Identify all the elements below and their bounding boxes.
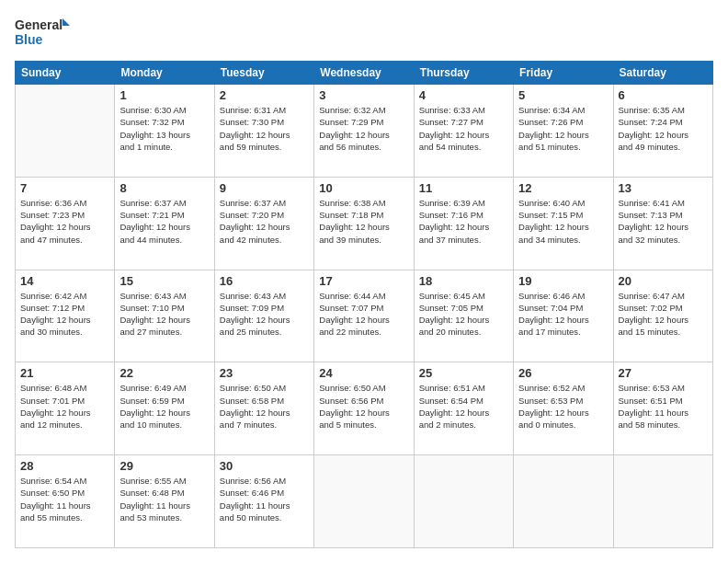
- day-number: 14: [20, 274, 109, 288]
- day-number: 9: [220, 181, 309, 195]
- day-info: Sunrise: 6:53 AM Sunset: 6:51 PM Dayligh…: [619, 382, 708, 431]
- day-number: 22: [119, 366, 209, 380]
- day-info: Sunrise: 6:49 AM Sunset: 6:59 PM Dayligh…: [119, 382, 209, 431]
- day-number: 7: [20, 181, 109, 195]
- calendar-cell: 19Sunrise: 6:46 AM Sunset: 7:04 PM Dayli…: [514, 270, 613, 362]
- logo-svg: General Blue: [15, 15, 70, 52]
- day-info: Sunrise: 6:45 AM Sunset: 7:05 PM Dayligh…: [419, 290, 508, 339]
- calendar-cell: 6Sunrise: 6:35 AM Sunset: 7:24 PM Daylig…: [613, 85, 712, 178]
- day-number: 23: [220, 366, 309, 380]
- calendar-cell: 13Sunrise: 6:41 AM Sunset: 7:13 PM Dayli…: [613, 177, 712, 270]
- calendar-cell: 18Sunrise: 6:45 AM Sunset: 7:05 PM Dayli…: [414, 270, 513, 362]
- calendar-cell: 11Sunrise: 6:39 AM Sunset: 7:16 PM Dayli…: [414, 177, 513, 270]
- day-info: Sunrise: 6:38 AM Sunset: 7:18 PM Dayligh…: [319, 197, 408, 246]
- calendar-cell: [414, 455, 513, 548]
- calendar-cell: 1Sunrise: 6:30 AM Sunset: 7:32 PM Daylig…: [115, 85, 214, 178]
- calendar-cell: 16Sunrise: 6:43 AM Sunset: 7:09 PM Dayli…: [214, 270, 313, 362]
- day-number: 13: [619, 181, 708, 195]
- day-number: 18: [419, 274, 508, 288]
- day-info: Sunrise: 6:50 AM Sunset: 6:58 PM Dayligh…: [220, 382, 309, 431]
- day-number: 3: [319, 88, 408, 102]
- weekday-header: Wednesday: [314, 62, 414, 85]
- calendar-cell: 15Sunrise: 6:43 AM Sunset: 7:10 PM Dayli…: [115, 270, 214, 362]
- day-number: 19: [518, 274, 608, 288]
- calendar-cell: 9Sunrise: 6:37 AM Sunset: 7:20 PM Daylig…: [214, 177, 313, 270]
- day-number: 6: [619, 88, 708, 102]
- weekday-header: Monday: [115, 62, 214, 85]
- day-info: Sunrise: 6:52 AM Sunset: 6:53 PM Dayligh…: [518, 382, 608, 431]
- calendar-cell: 21Sunrise: 6:48 AM Sunset: 7:01 PM Dayli…: [16, 362, 115, 455]
- day-number: 30: [220, 459, 309, 473]
- day-info: Sunrise: 6:47 AM Sunset: 7:02 PM Dayligh…: [619, 290, 708, 339]
- day-number: 25: [419, 366, 508, 380]
- day-info: Sunrise: 6:55 AM Sunset: 6:48 PM Dayligh…: [119, 475, 209, 523]
- day-number: 11: [419, 181, 508, 195]
- weekday-header: Saturday: [613, 62, 712, 85]
- day-number: 27: [619, 366, 708, 380]
- day-info: Sunrise: 6:48 AM Sunset: 7:01 PM Dayligh…: [20, 382, 109, 431]
- day-info: Sunrise: 6:42 AM Sunset: 7:12 PM Dayligh…: [20, 290, 109, 339]
- day-info: Sunrise: 6:54 AM Sunset: 6:50 PM Dayligh…: [20, 475, 109, 523]
- day-number: 29: [119, 459, 209, 473]
- day-number: 21: [20, 366, 109, 380]
- day-number: 20: [619, 274, 708, 288]
- day-number: 12: [518, 181, 608, 195]
- calendar-cell: [314, 455, 414, 548]
- svg-text:General: General: [15, 17, 63, 32]
- day-info: Sunrise: 6:51 AM Sunset: 6:54 PM Dayligh…: [419, 382, 508, 431]
- calendar-cell: [613, 455, 712, 548]
- day-info: Sunrise: 6:41 AM Sunset: 7:13 PM Dayligh…: [619, 197, 708, 246]
- calendar-cell: 24Sunrise: 6:50 AM Sunset: 6:56 PM Dayli…: [314, 362, 414, 455]
- day-info: Sunrise: 6:30 AM Sunset: 7:32 PM Dayligh…: [119, 104, 209, 153]
- weekday-header: Tuesday: [214, 62, 313, 85]
- calendar-cell: [16, 85, 115, 178]
- day-number: 15: [119, 274, 209, 288]
- day-info: Sunrise: 6:31 AM Sunset: 7:30 PM Dayligh…: [220, 104, 309, 153]
- day-info: Sunrise: 6:43 AM Sunset: 7:10 PM Dayligh…: [119, 290, 209, 339]
- day-number: 26: [518, 366, 608, 380]
- svg-text:Blue: Blue: [15, 32, 43, 47]
- calendar-cell: 2Sunrise: 6:31 AM Sunset: 7:30 PM Daylig…: [214, 85, 313, 178]
- calendar-cell: 14Sunrise: 6:42 AM Sunset: 7:12 PM Dayli…: [16, 270, 115, 362]
- calendar-table: SundayMondayTuesdayWednesdayThursdayFrid…: [15, 61, 713, 548]
- calendar-cell: 26Sunrise: 6:52 AM Sunset: 6:53 PM Dayli…: [514, 362, 613, 455]
- calendar-cell: 12Sunrise: 6:40 AM Sunset: 7:15 PM Dayli…: [514, 177, 613, 270]
- calendar-cell: 20Sunrise: 6:47 AM Sunset: 7:02 PM Dayli…: [613, 270, 712, 362]
- svg-marker-2: [63, 18, 70, 26]
- calendar-cell: 29Sunrise: 6:55 AM Sunset: 6:48 PM Dayli…: [115, 455, 214, 548]
- day-number: 10: [319, 181, 408, 195]
- day-info: Sunrise: 6:33 AM Sunset: 7:27 PM Dayligh…: [419, 104, 508, 153]
- day-number: 5: [518, 88, 608, 102]
- calendar-cell: 25Sunrise: 6:51 AM Sunset: 6:54 PM Dayli…: [414, 362, 513, 455]
- logo: General Blue: [15, 15, 70, 52]
- day-info: Sunrise: 6:35 AM Sunset: 7:24 PM Dayligh…: [619, 104, 708, 153]
- calendar-cell: 23Sunrise: 6:50 AM Sunset: 6:58 PM Dayli…: [214, 362, 313, 455]
- calendar-cell: [514, 455, 613, 548]
- day-info: Sunrise: 6:39 AM Sunset: 7:16 PM Dayligh…: [419, 197, 508, 246]
- day-info: Sunrise: 6:50 AM Sunset: 6:56 PM Dayligh…: [319, 382, 408, 431]
- day-info: Sunrise: 6:36 AM Sunset: 7:23 PM Dayligh…: [20, 197, 109, 246]
- day-number: 2: [220, 88, 309, 102]
- weekday-header: Thursday: [414, 62, 513, 85]
- calendar-cell: 10Sunrise: 6:38 AM Sunset: 7:18 PM Dayli…: [314, 177, 414, 270]
- day-info: Sunrise: 6:40 AM Sunset: 7:15 PM Dayligh…: [518, 197, 608, 246]
- day-number: 17: [319, 274, 408, 288]
- day-number: 28: [20, 459, 109, 473]
- day-info: Sunrise: 6:34 AM Sunset: 7:26 PM Dayligh…: [518, 104, 608, 153]
- calendar-cell: 28Sunrise: 6:54 AM Sunset: 6:50 PM Dayli…: [16, 455, 115, 548]
- day-number: 4: [419, 88, 508, 102]
- day-info: Sunrise: 6:46 AM Sunset: 7:04 PM Dayligh…: [518, 290, 608, 339]
- calendar-cell: 8Sunrise: 6:37 AM Sunset: 7:21 PM Daylig…: [115, 177, 214, 270]
- calendar-cell: 5Sunrise: 6:34 AM Sunset: 7:26 PM Daylig…: [514, 85, 613, 178]
- calendar-cell: 22Sunrise: 6:49 AM Sunset: 6:59 PM Dayli…: [115, 362, 214, 455]
- day-info: Sunrise: 6:56 AM Sunset: 6:46 PM Dayligh…: [220, 475, 309, 523]
- day-number: 8: [119, 181, 209, 195]
- calendar-cell: 7Sunrise: 6:36 AM Sunset: 7:23 PM Daylig…: [16, 177, 115, 270]
- day-info: Sunrise: 6:44 AM Sunset: 7:07 PM Dayligh…: [319, 290, 408, 339]
- day-info: Sunrise: 6:37 AM Sunset: 7:21 PM Dayligh…: [119, 197, 209, 246]
- calendar-cell: 4Sunrise: 6:33 AM Sunset: 7:27 PM Daylig…: [414, 85, 513, 178]
- weekday-header: Sunday: [16, 62, 115, 85]
- page-header: General Blue: [15, 15, 713, 52]
- day-number: 24: [319, 366, 408, 380]
- day-number: 1: [119, 88, 209, 102]
